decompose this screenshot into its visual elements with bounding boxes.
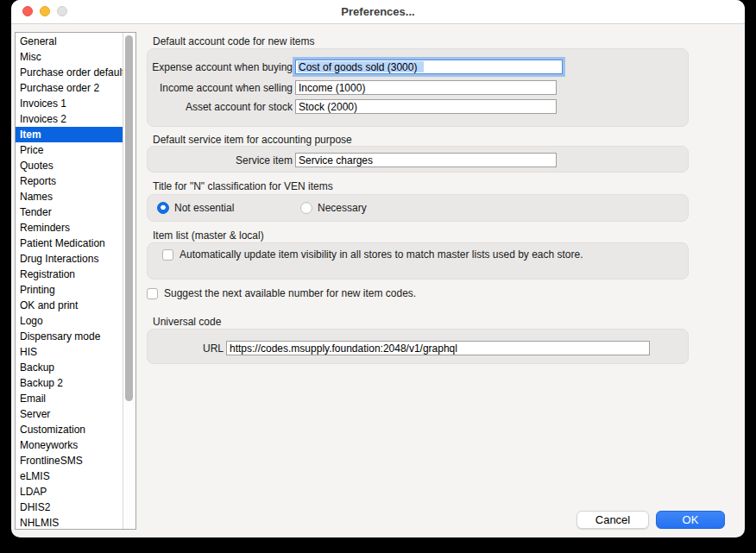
sidebar-item-names[interactable]: Names <box>16 189 124 204</box>
sidebar-item-dispensary-mode[interactable]: Dispensary mode <box>16 329 124 344</box>
cancel-button[interactable]: Cancel <box>576 511 649 529</box>
section-heading-ven-title: Title for "N" classification for VEN ite… <box>153 180 333 192</box>
ven-groupbox: Not essential Necessary <box>147 194 689 222</box>
url-label: URL <box>148 342 224 355</box>
radio-not-essential-label: Not essential <box>174 202 234 214</box>
service-item-input[interactable] <box>295 153 557 167</box>
sidebar-item-quotes[interactable]: Quotes <box>16 158 124 173</box>
sidebar-item-purchase-order-2[interactable]: Purchase order 2 <box>16 80 124 96</box>
suggest-next-number-label: Suggest the next available number for ne… <box>164 287 416 299</box>
sidebar-item-patient-medication[interactable]: Patient Medication <box>16 236 124 251</box>
section-heading-universal-code: Universal code <box>153 316 221 328</box>
default-account-groupbox: Expense account when buying Income accou… <box>147 48 689 127</box>
sidebar-item-price[interactable]: Price <box>16 142 124 158</box>
window-title: Preferences... <box>11 5 745 18</box>
item-list-groupbox: Automatically update item visibility in … <box>147 242 689 280</box>
title-bar: Preferences... <box>11 0 745 24</box>
expense-account-label: Expense account when buying <box>148 61 293 73</box>
expense-account-input[interactable] <box>295 60 563 74</box>
asset-account-label: Asset account for stock <box>148 101 293 113</box>
sidebar-item-server[interactable]: Server <box>16 406 124 422</box>
radio-unselected-icon[interactable] <box>300 202 312 214</box>
radio-necessary-label: Necessary <box>318 202 367 214</box>
asset-account-input[interactable] <box>295 99 557 114</box>
income-account-input[interactable] <box>295 80 557 95</box>
radio-not-essential[interactable]: Not essential <box>157 202 234 214</box>
section-heading-service-item: Default service item for accounting purp… <box>153 134 352 146</box>
sidebar-item-item[interactable]: Item <box>16 127 124 142</box>
sidebar-item-drug-interactions[interactable]: Drug Interactions <box>16 251 124 267</box>
sidebar-item-ok-and-print[interactable]: OK and print <box>16 298 124 313</box>
sidebar-item-frontlinesms[interactable]: FrontlineSMS <box>16 453 124 468</box>
sidebar-item-invoices-2[interactable]: Invoices 2 <box>16 111 124 127</box>
sidebar-scrollbar[interactable] <box>123 33 135 529</box>
sidebar-item-backup[interactable]: Backup <box>16 360 124 375</box>
auto-update-visibility-checkbox[interactable] <box>162 249 173 261</box>
sidebar-item-reports[interactable]: Reports <box>16 173 124 189</box>
preferences-window: Preferences... GeneralMiscPurchase order… <box>11 0 745 537</box>
sidebar-item-customization[interactable]: Customization <box>16 422 124 437</box>
section-heading-item-list: Item list (master & local) <box>153 229 264 242</box>
sidebar-item-registration[interactable]: Registration <box>16 267 124 282</box>
radio-selected-icon[interactable] <box>157 202 169 214</box>
service-item-label: Service item <box>148 154 293 167</box>
sidebar-item-purchase-order-defaults[interactable]: Purchase order defaults <box>16 65 124 80</box>
sidebar-item-tender[interactable]: Tender <box>16 204 124 220</box>
auto-update-visibility-label: Automatically update item visibility in … <box>180 248 583 261</box>
sidebar-scrollbar-thumb[interactable] <box>125 35 133 401</box>
sidebar-item-printing[interactable]: Printing <box>16 282 124 298</box>
url-input[interactable] <box>226 341 650 355</box>
sidebar-item-backup-2[interactable]: Backup 2 <box>16 375 124 391</box>
sidebar-item-misc[interactable]: Misc <box>16 49 124 65</box>
preferences-sidebar: GeneralMiscPurchase order defaultsPurcha… <box>15 32 136 530</box>
suggest-next-number-checkbox[interactable] <box>147 288 158 299</box>
auto-update-visibility-row[interactable]: Automatically update item visibility in … <box>162 248 583 261</box>
suggest-next-number-row[interactable]: Suggest the next available number for ne… <box>147 287 416 299</box>
sidebar-item-general[interactable]: General <box>16 34 124 49</box>
sidebar-item-his[interactable]: HIS <box>16 344 124 360</box>
ok-button[interactable]: OK <box>656 511 725 529</box>
sidebar-list: GeneralMiscPurchase order defaultsPurcha… <box>16 34 124 531</box>
universal-code-groupbox: URL <box>147 329 689 364</box>
sidebar-item-ldap[interactable]: LDAP <box>16 484 124 500</box>
sidebar-item-nhlmis[interactable]: NHLMIS <box>16 515 124 531</box>
income-account-label: Income account when selling <box>148 82 293 94</box>
sidebar-item-reminders[interactable]: Reminders <box>16 220 124 236</box>
sidebar-item-dhis2[interactable]: DHIS2 <box>16 500 124 515</box>
service-item-groupbox: Service item <box>147 146 689 173</box>
sidebar-item-logo[interactable]: Logo <box>16 313 124 329</box>
sidebar-item-elmis[interactable]: eLMIS <box>16 468 124 484</box>
sidebar-item-email[interactable]: Email <box>16 391 124 406</box>
radio-necessary[interactable]: Necessary <box>300 202 367 214</box>
sidebar-item-invoices-1[interactable]: Invoices 1 <box>16 96 124 111</box>
section-heading-default-account: Default account code for new items <box>153 35 314 47</box>
sidebar-item-moneyworks[interactable]: Moneyworks <box>16 437 124 453</box>
